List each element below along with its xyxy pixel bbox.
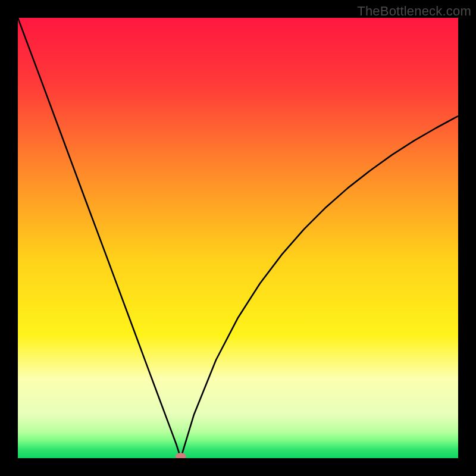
bottleneck-chart: [18, 18, 458, 458]
chart-background: [18, 18, 458, 458]
chart-frame: [18, 18, 458, 458]
watermark-text: TheBottleneck.com: [357, 4, 471, 19]
